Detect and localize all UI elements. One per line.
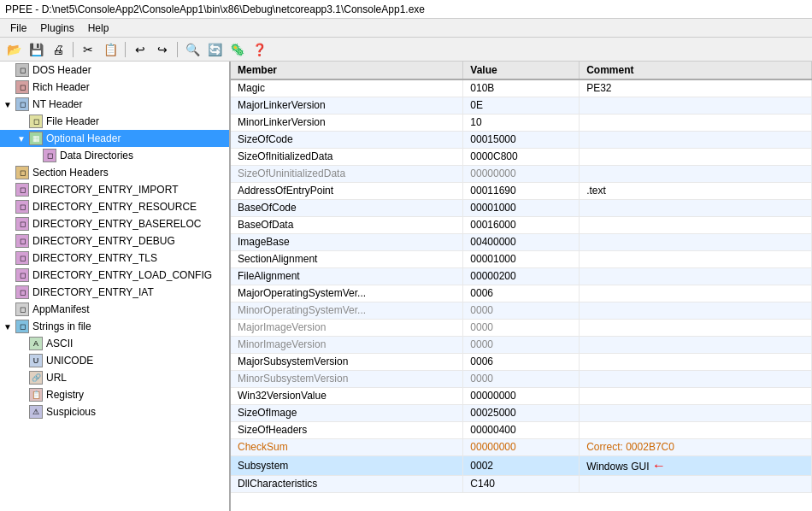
table-row[interactable]: DllCharacteristicsC140 bbox=[231, 475, 812, 492]
tree-item-suspicious[interactable]: ⚠Suspicious bbox=[0, 403, 229, 420]
toolbar-sep-3 bbox=[177, 42, 178, 57]
menu-file[interactable]: File bbox=[3, 21, 33, 36]
table-row[interactable]: MajorOperatingSystemVer...0006 bbox=[231, 285, 812, 302]
menu-plugins[interactable]: Plugins bbox=[33, 21, 80, 36]
toolbar-save[interactable]: 💾 bbox=[26, 40, 46, 59]
cell-comment bbox=[580, 233, 812, 250]
expand-icon[interactable]: ▼ bbox=[2, 98, 14, 110]
cell-comment bbox=[580, 148, 812, 165]
table-row[interactable]: SizeOfCode00015000 bbox=[231, 131, 812, 148]
table-row[interactable]: ImageBase00400000 bbox=[231, 233, 812, 250]
table-row[interactable]: Win32VersionValue00000000 bbox=[231, 387, 812, 404]
cell-comment bbox=[580, 199, 812, 216]
tree-item-dir-resource[interactable]: ◻DIRECTORY_ENTRY_RESOURCE bbox=[0, 198, 229, 215]
cell-comment bbox=[580, 267, 812, 285]
tree-item-dir-tls[interactable]: ◻DIRECTORY_ENTRY_TLS bbox=[0, 250, 229, 267]
table-row[interactable]: MinorImageVersion0000 bbox=[231, 336, 812, 353]
cell-comment: Windows GUI ← bbox=[580, 455, 812, 475]
tree-item-dir-basereloc[interactable]: ◻DIRECTORY_ENTRY_BASERELOC bbox=[0, 215, 229, 232]
table-row[interactable]: MajorLinkerVersion0E bbox=[231, 97, 812, 114]
dir-icon: ◻ bbox=[15, 200, 29, 214]
table-row[interactable]: Magic010BPE32 bbox=[231, 79, 812, 97]
tree-item-url[interactable]: 🔗URL bbox=[0, 369, 229, 386]
table-row[interactable]: MajorSubsystemVersion0006 bbox=[231, 353, 812, 370]
toolbar-search[interactable]: 🔍 bbox=[182, 40, 203, 59]
toolbar-copy[interactable]: 📋 bbox=[100, 40, 121, 59]
cell-comment bbox=[580, 475, 812, 492]
tree-item-nt[interactable]: ▼◻NT Header bbox=[0, 96, 229, 113]
tree-item-rich[interactable]: ◻Rich Header bbox=[0, 79, 229, 96]
table-row[interactable]: Subsystem0002Windows GUI ← bbox=[231, 455, 812, 475]
tree-item-label: DIRECTORY_ENTRY_IMPORT bbox=[32, 184, 178, 196]
cell-member: MinorSubsystemVersion bbox=[231, 370, 463, 387]
data-table: Member Value Comment Magic010BPE32MajorL… bbox=[231, 62, 812, 493]
cell-member: BaseOfData bbox=[231, 216, 463, 233]
dir-icon: ◻ bbox=[15, 251, 29, 265]
tree-item-unicode[interactable]: UUNICODE bbox=[0, 352, 229, 369]
tree-item-dir-load[interactable]: ◻DIRECTORY_ENTRY_LOAD_CONFIG bbox=[0, 267, 229, 284]
toolbar-print[interactable]: 🖨 bbox=[48, 40, 68, 59]
table-row[interactable]: FileAlignment00000200 bbox=[231, 267, 812, 285]
table-row[interactable]: AddressOfEntryPoint00011690.text bbox=[231, 182, 812, 199]
cell-member: DllCharacteristics bbox=[231, 475, 463, 492]
dir-icon: ◻ bbox=[15, 285, 29, 299]
cell-member: MajorLinkerVersion bbox=[231, 97, 463, 114]
tree-item-label: DIRECTORY_ENTRY_DEBUG bbox=[32, 235, 175, 247]
tree-item-sec[interactable]: ◻Section Headers bbox=[0, 164, 229, 181]
expand-icon[interactable]: ▼ bbox=[15, 132, 27, 144]
table-row[interactable]: SizeOfHeaders00000400 bbox=[231, 421, 812, 438]
cell-value: 00025000 bbox=[463, 404, 580, 421]
table-row[interactable]: SizeOfInitializedData0000C800 bbox=[231, 148, 812, 165]
toolbar-refresh[interactable]: 🔄 bbox=[204, 40, 225, 59]
tree-item-dir-import[interactable]: ◻DIRECTORY_ENTRY_IMPORT bbox=[0, 181, 229, 198]
dir-icon: ◻ bbox=[43, 149, 56, 162]
tree-item-file[interactable]: ◻File Header bbox=[0, 113, 229, 130]
table-row[interactable]: SectionAlignment00001000 bbox=[231, 250, 812, 267]
cell-member: MinorOperatingSystemVer... bbox=[231, 302, 463, 319]
table-row[interactable]: BaseOfCode00001000 bbox=[231, 199, 812, 216]
cell-value: 010B bbox=[463, 79, 580, 97]
toolbar-redo[interactable]: ↪ bbox=[152, 40, 173, 59]
tree-item-dir-debug[interactable]: ◻DIRECTORY_ENTRY_DEBUG bbox=[0, 232, 229, 250]
tree-item-dos[interactable]: ◻DOS Header bbox=[0, 62, 229, 79]
cell-member: AddressOfEntryPoint bbox=[231, 182, 463, 199]
nt-icon: ◻ bbox=[15, 97, 29, 111]
tree-item-app[interactable]: ◻AppManifest bbox=[0, 301, 229, 318]
tree-item-opt[interactable]: ▼▦Optional Header bbox=[0, 130, 229, 147]
right-panel-table: Member Value Comment Magic010BPE32MajorL… bbox=[231, 62, 812, 511]
cell-value: 0000 bbox=[463, 336, 580, 353]
toolbar-undo[interactable]: ↩ bbox=[130, 40, 150, 59]
tree-item-dir-iat[interactable]: ◻DIRECTORY_ENTRY_IAT bbox=[0, 284, 229, 301]
cell-comment bbox=[580, 302, 812, 319]
tree-item-ascii[interactable]: AASCII bbox=[0, 335, 229, 352]
tree-item-label: AppManifest bbox=[32, 303, 90, 315]
app-icon: ◻ bbox=[15, 302, 29, 316]
table-row[interactable]: MinorOperatingSystemVer...0000 bbox=[231, 302, 812, 319]
reg-icon: 📋 bbox=[29, 388, 43, 402]
cell-member: MinorImageVersion bbox=[231, 336, 463, 353]
cell-member: FileAlignment bbox=[231, 267, 463, 285]
toolbar-virus[interactable]: 🦠 bbox=[227, 40, 247, 59]
table-row[interactable]: MinorLinkerVersion10 bbox=[231, 114, 812, 131]
title-bar: PPEE - D:\net5\ConsoleApp2\ConsoleApp1\b… bbox=[0, 0, 812, 19]
cell-comment bbox=[580, 165, 812, 182]
cell-value: 0000 bbox=[463, 319, 580, 336]
menu-help[interactable]: Help bbox=[81, 21, 116, 36]
toolbar-help[interactable]: ❓ bbox=[249, 40, 269, 59]
toolbar-open[interactable]: 📂 bbox=[3, 40, 24, 59]
toolbar-cut[interactable]: ✂ bbox=[78, 40, 98, 59]
cell-member: SizeOfHeaders bbox=[231, 421, 463, 438]
table-row[interactable]: MajorImageVersion0000 bbox=[231, 319, 812, 336]
table-row[interactable]: BaseOfData00016000 bbox=[231, 216, 812, 233]
tree-item-data-dirs[interactable]: ◻Data Directories bbox=[0, 147, 229, 164]
table-row[interactable]: SizeOfImage00025000 bbox=[231, 404, 812, 421]
table-row[interactable]: SizeOfUninitializedData00000000 bbox=[231, 165, 812, 182]
tree-item-registry[interactable]: 📋Registry bbox=[0, 386, 229, 403]
table-row[interactable]: MinorSubsystemVersion0000 bbox=[231, 370, 812, 387]
table-row[interactable]: CheckSum00000000Correct: 0002B7C0 bbox=[231, 438, 812, 455]
cell-member: MajorOperatingSystemVer... bbox=[231, 285, 463, 302]
cell-comment bbox=[580, 421, 812, 438]
tree-item-strings[interactable]: ▼◻Strings in file bbox=[0, 318, 229, 335]
arrow-icon: ← bbox=[652, 458, 666, 473]
expand-icon[interactable]: ▼ bbox=[2, 320, 14, 332]
